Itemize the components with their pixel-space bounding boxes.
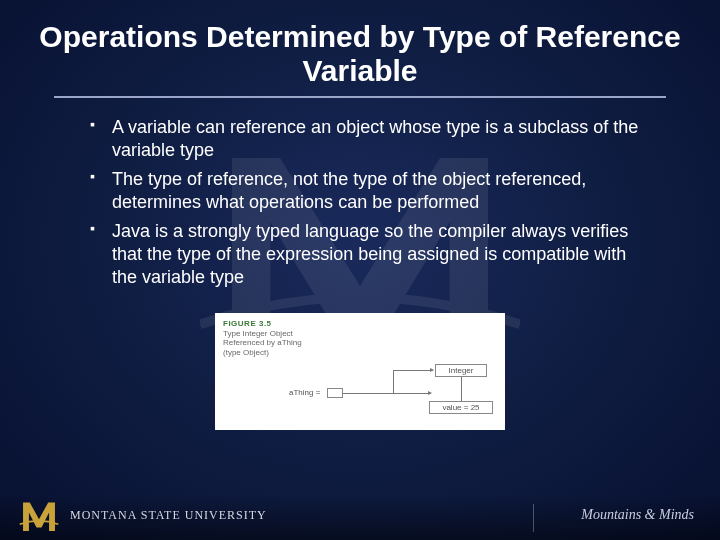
tagline-word: Mountains: [581, 507, 641, 522]
link-line: [461, 377, 462, 401]
figure-diagram: aThing = Integer value = 25: [223, 362, 497, 420]
university-word: MONTANA: [70, 508, 137, 522]
bullet-item: A variable can reference an object whose…: [90, 116, 650, 162]
link-line: [393, 370, 394, 393]
title-underline: [54, 96, 666, 98]
arrow-icon: [343, 393, 431, 394]
bullet-item: Java is a strongly typed language so the…: [90, 220, 650, 289]
figure-caption-line: Referenced by aThing: [223, 338, 302, 347]
university-sub: STATE UNIVERSITY: [141, 508, 267, 522]
msu-logo-icon: [18, 494, 60, 536]
bullet-list: A variable can reference an object whose…: [0, 116, 720, 289]
tagline-word: Minds: [659, 507, 694, 522]
value-box: value = 25: [429, 401, 493, 414]
figure-caption-line: Type Integer Object: [223, 329, 293, 338]
footer-left: MONTANA STATE UNIVERSITY: [18, 494, 267, 536]
tagline-amp: &: [645, 507, 656, 522]
slide-title: Operations Determined by Type of Referen…: [0, 0, 720, 94]
variable-box: [327, 388, 343, 398]
bullet-item: The type of reference, not the type of t…: [90, 168, 650, 214]
arrow-icon: [393, 370, 433, 371]
figure-number: FIGURE 3.5: [223, 319, 272, 328]
footer-divider: [533, 504, 534, 532]
figure-caption-line: (type Object): [223, 348, 269, 357]
class-box: Integer: [435, 364, 487, 377]
footer: MONTANA STATE UNIVERSITY Mountains & Min…: [0, 494, 720, 540]
figure-caption: FIGURE 3.5 Type Integer Object Reference…: [223, 319, 497, 357]
university-name: MONTANA STATE UNIVERSITY: [70, 508, 267, 523]
figure: FIGURE 3.5 Type Integer Object Reference…: [215, 313, 505, 429]
variable-label: aThing =: [289, 388, 320, 397]
tagline: Mountains & Minds: [581, 507, 694, 523]
